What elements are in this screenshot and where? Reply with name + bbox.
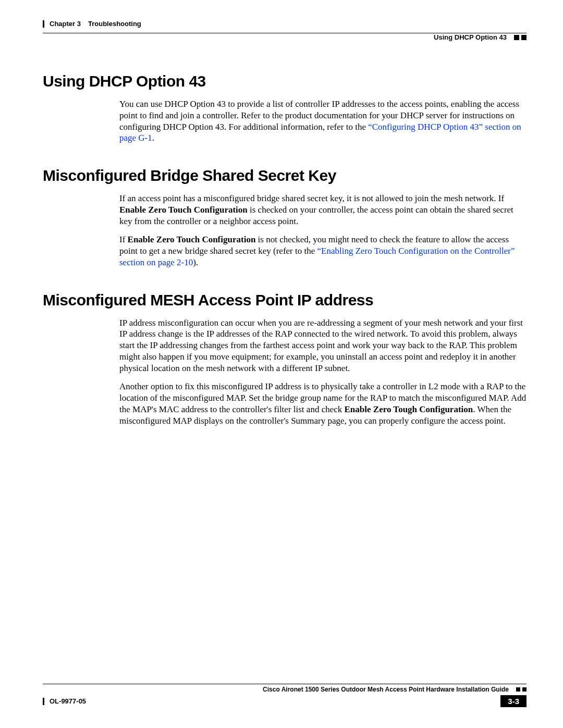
- guide-title: Cisco Aironet 1500 Series Outdoor Mesh A…: [263, 686, 509, 693]
- footer-bar-icon: [43, 698, 44, 705]
- square-icon: [522, 687, 527, 692]
- section-heading-mesh-ip: Misconfigured MESH Access Point IP addre…: [43, 291, 527, 309]
- text-run: If: [119, 235, 128, 244]
- running-head-text: Using DHCP Option 43: [434, 33, 507, 41]
- chapter-number: Chapter 3: [50, 20, 81, 28]
- page-footer: Cisco Aironet 1500 Series Outdoor Mesh A…: [43, 684, 527, 707]
- page-number-badge: 3-3: [500, 695, 527, 707]
- doc-id: OL-9977-05: [50, 697, 86, 705]
- body-paragraph: If an access point has a misconfigured b…: [119, 193, 527, 227]
- square-icon: [521, 35, 527, 40]
- page-header: Chapter 3 Troubleshooting Using DHCP Opt…: [43, 20, 527, 41]
- section-heading-dhcp: Using DHCP Option 43: [43, 72, 527, 90]
- square-icon: [514, 35, 519, 40]
- bold-term: Enable Zero Touch Configuration: [119, 205, 248, 215]
- body-paragraph: You can use DHCP Option 43 to provide a …: [119, 98, 527, 144]
- chapter-title: Troubleshooting: [88, 20, 141, 28]
- square-icon: [516, 687, 520, 692]
- footer-bottom-row: OL-9977-05 3-3: [43, 695, 527, 707]
- doc-id-block: OL-9977-05: [43, 697, 86, 705]
- body-paragraph: If Enable Zero Touch Configuration is no…: [119, 234, 527, 268]
- section-heading-bridge-key: Misconfigured Bridge Shared Secret Key: [43, 167, 527, 184]
- bold-term: Enable Zero Touch Configuration: [128, 235, 256, 244]
- text-run: .: [152, 133, 154, 143]
- running-head: Using DHCP Option 43: [43, 33, 527, 41]
- text-run: ).: [193, 257, 198, 267]
- bold-term: Enable Zero Tough Configuration: [345, 404, 473, 414]
- footer-guide-row: Cisco Aironet 1500 Series Outdoor Mesh A…: [43, 684, 527, 693]
- text-run: If an access point has a misconfigured b…: [119, 193, 504, 203]
- body-paragraph: IP address misconfiguration can occur wh…: [119, 317, 527, 374]
- chapter-breadcrumb: Chapter 3 Troubleshooting: [43, 20, 527, 28]
- body-paragraph: Another option to fix this misconfigured…: [119, 381, 527, 426]
- header-bar-icon: [43, 20, 44, 28]
